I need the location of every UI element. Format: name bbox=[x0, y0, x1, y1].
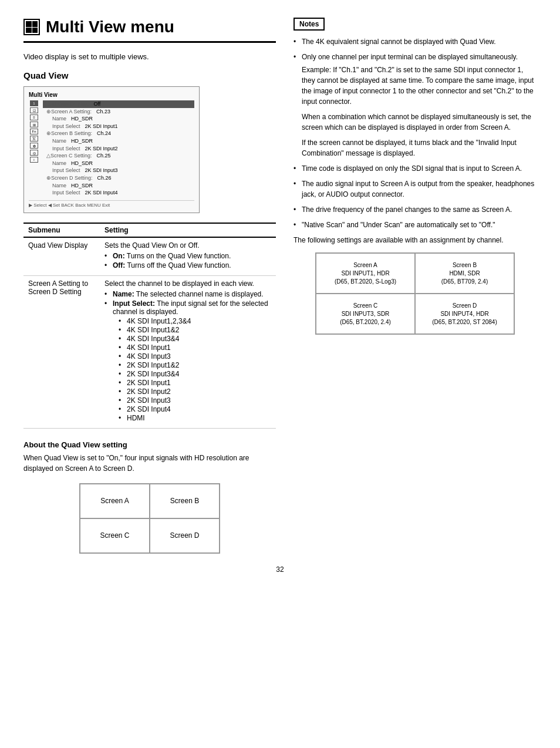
screen-cell-detail-b: Screen B HDMI, SDR (D65, BT709, 2.4) bbox=[415, 253, 514, 294]
menu-icon bbox=[23, 19, 40, 35]
col-submenu: Submenu bbox=[23, 223, 100, 237]
note-2-para2: When a combination which cannot be displ… bbox=[302, 112, 537, 133]
page-header: Multi View menu bbox=[23, 18, 276, 43]
menu-row-name-d: Name HD_SDR bbox=[43, 182, 194, 190]
sidebar-icon-4: ⊞ bbox=[30, 122, 38, 127]
sidebar-icon-1: 1 bbox=[30, 100, 38, 106]
note-item-6: "Native Scan" and "Under Scan" are autom… bbox=[294, 220, 537, 230]
quad-view-title: Quad View bbox=[23, 70, 276, 80]
sub-bullet-8: 2K SDI Input2 bbox=[113, 388, 271, 396]
sub-bullet-3: 4K SDI Input1 bbox=[113, 343, 271, 352]
menu-screenshot: Multi View 1 ☑ ≡ ⊞ Fn 宝 ✿ ◎ i Quad View … bbox=[23, 86, 200, 213]
note-item-2: Only one channel per input terminal can … bbox=[294, 52, 537, 159]
menu-row-screen-b: ⊕Screen B Setting: Ch.24 bbox=[43, 130, 194, 137]
screen-setting-bullets: Name: The selected channel name is displ… bbox=[104, 290, 271, 422]
sub-bullet-10: 2K SDI Input4 bbox=[113, 405, 271, 413]
screen-cell-d: Screen D bbox=[150, 518, 220, 553]
page-title: Multi View menu bbox=[46, 18, 174, 36]
notes-list: The 4K equivalent signal cannot be displ… bbox=[294, 36, 537, 230]
submenu-quad-view-display: Quad View Display bbox=[23, 237, 100, 276]
sub-bullet-5: 2K SDI Input1&2 bbox=[113, 361, 271, 369]
sub-bullet-9: 2K SDI Input3 bbox=[113, 396, 271, 405]
settings-table: Submenu Setting Quad View Display Sets t… bbox=[23, 223, 276, 429]
menu-row-screen-c: △Screen C Setting: Ch.25 bbox=[43, 152, 194, 160]
sidebar-icon-3: ≡ bbox=[30, 114, 38, 120]
sidebar-icon-fn: Fn bbox=[30, 129, 38, 134]
setting-quad-view-display: Sets the Quad View On or Off. On: Turns … bbox=[100, 237, 276, 276]
quad-view-bullets: On: Turns on the Quad View function. Off… bbox=[104, 252, 271, 269]
note-item-4: The audio signal input to Screen A is ou… bbox=[294, 178, 537, 200]
bullet-input-select: Input Select: The input signal set for t… bbox=[104, 299, 271, 422]
menu-row-input-a: Input Select 2K SDI Input1 bbox=[43, 123, 194, 130]
note-item-1: The 4K equivalent signal cannot be displ… bbox=[294, 36, 537, 47]
sub-bullet-7: 2K SDI Input1 bbox=[113, 379, 271, 387]
sidebar-icon-info: i bbox=[30, 157, 38, 163]
sub-bullet-4: 4K SDI Input3 bbox=[113, 352, 271, 360]
bullet-on: On: Turns on the Quad View function. bbox=[104, 252, 271, 260]
table-row: Screen A Setting to Screen D Setting Sel… bbox=[23, 275, 276, 428]
note-item-3: Time code is displayed on only the SDI s… bbox=[294, 163, 537, 174]
screen-cell-c: Screen C bbox=[80, 518, 150, 553]
screen-cell-detail-c: Screen C SDI INPUT3, SDR (D65, BT.2020, … bbox=[316, 294, 415, 334]
table-row: Quad View Display Sets the Quad View On … bbox=[23, 237, 276, 276]
menu-row-screen-d: ⊕Screen D Setting: Ch.26 bbox=[43, 174, 194, 182]
screen-cell-b: Screen B bbox=[150, 484, 220, 518]
screen-cell-detail-d: Screen D SDI INPUT4, HDR (D65, BT.2020, … bbox=[415, 294, 514, 334]
last-para: The following settings are available wit… bbox=[294, 235, 537, 245]
notes-label: Notes bbox=[294, 18, 325, 31]
screen-cell-a: Screen A bbox=[80, 484, 150, 518]
menu-row-name-c: Name HD_SDR bbox=[43, 160, 194, 167]
sub-bullet-11: HDMI bbox=[113, 414, 271, 422]
menu-items: Quad View Display: Off ⊕Screen A Setting… bbox=[43, 100, 194, 197]
note-2-detail: Example: If "Ch.1" and "Ch.2" is set to … bbox=[302, 65, 537, 107]
menu-screenshot-title: Multi View bbox=[29, 92, 194, 98]
menu-row-quad-view: Quad View Display: Off bbox=[43, 100, 194, 108]
screen-grid-detail: Screen A SDI INPUT1, HDR (D65, BT.2020, … bbox=[315, 252, 515, 335]
col-setting: Setting bbox=[100, 223, 276, 237]
sidebar-icon-2: ☑ bbox=[30, 107, 38, 113]
page-subtitle: Video display is set to multiple views. bbox=[23, 52, 276, 61]
menu-row-input-c: Input Select 2K SDI Input3 bbox=[43, 167, 194, 174]
menu-row-name-b: Name HD_SDR bbox=[43, 137, 194, 145]
sub-bullet-2: 4K SDI Input3&4 bbox=[113, 335, 271, 343]
sidebar-icon-circle: ◎ bbox=[30, 150, 38, 156]
about-title: About the Quad View setting bbox=[23, 440, 276, 449]
setting-screen-settings: Select the channel to be displayed in ea… bbox=[100, 275, 276, 428]
submenu-screen-settings: Screen A Setting to Screen D Setting bbox=[23, 275, 100, 428]
sidebar-icon-gear: ✿ bbox=[30, 143, 38, 149]
menu-row-input-b: Input Select 2K SDI Input2 bbox=[43, 145, 194, 153]
note-2-para3: If the screen cannot be displayed, it tu… bbox=[302, 137, 537, 159]
screen-cell-detail-a: Screen A SDI INPUT1, HDR (D65, BT.2020, … bbox=[316, 253, 415, 294]
bullet-name: Name: The selected channel name is displ… bbox=[104, 290, 271, 298]
menu-sidebar: 1 ☑ ≡ ⊞ Fn 宝 ✿ ◎ i bbox=[29, 100, 39, 197]
menu-row-input-d: Input Select 2K SDI Input4 bbox=[43, 189, 194, 197]
menu-row-screen-a: ⊕Screen A Setting: Ch.23 bbox=[43, 108, 194, 116]
page-number: 32 bbox=[23, 565, 537, 574]
screen-grid-simple: Screen A Screen B Screen C Screen D bbox=[79, 483, 220, 554]
sub-bullet-0: 4K SDI Input1,2,3&4 bbox=[113, 317, 271, 325]
sub-bullet-6: 2K SDI Input3&4 bbox=[113, 370, 271, 378]
sidebar-icon-home: 宝 bbox=[30, 136, 38, 141]
menu-row-name-a: Name HD_SDR bbox=[43, 115, 194, 123]
menu-footer: ▶ Select ◀ Set BACK Back MENU Exit bbox=[29, 200, 194, 208]
sub-bullet-1: 4K SDI Input1&2 bbox=[113, 326, 271, 334]
about-text: When Quad View is set to "On," four inpu… bbox=[23, 453, 276, 474]
input-select-sub-bullets: 4K SDI Input1,2,3&4 4K SDI Input1&2 4K S… bbox=[113, 317, 271, 422]
bullet-off: Off: Turns off the Quad View function. bbox=[104, 261, 271, 269]
note-item-5: The drive frequency of the panel changes… bbox=[294, 204, 537, 215]
